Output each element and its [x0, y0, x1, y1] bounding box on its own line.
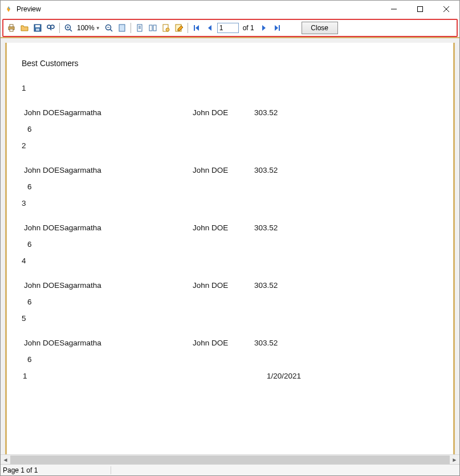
svg-line-18	[110, 30, 112, 32]
minimize-button[interactable]	[381, 1, 407, 18]
app-icon	[4, 5, 13, 14]
window-title: Preview	[17, 5, 41, 13]
toolbar-highlight: 100% ▼	[2, 19, 458, 37]
close-preview-button[interactable]: Close	[302, 22, 338, 34]
open-button[interactable]	[19, 22, 30, 34]
row-col2: John DOE	[193, 339, 254, 347]
row-col1: John DOESagarmatha	[22, 166, 193, 174]
toolbar-separator	[131, 23, 131, 33]
titlebar: Preview	[1, 1, 459, 18]
row-col2: John DOE	[193, 223, 254, 232]
row-col1: John DOESagarmatha	[22, 223, 193, 232]
row-subnum: 6	[22, 298, 438, 306]
two-page-button[interactable]	[147, 22, 158, 34]
scroll-left-button[interactable]: ◄	[1, 455, 10, 465]
print-button[interactable]	[6, 22, 17, 34]
page-number-input[interactable]	[217, 23, 239, 33]
save-button[interactable]	[32, 22, 43, 34]
report-group: 2John DOESagarmathaJohn DOE303.526	[22, 141, 438, 191]
close-button-label: Close	[311, 24, 328, 32]
prev-page-button[interactable]	[204, 22, 215, 34]
report-row: John DOESagarmathaJohn DOE303.52	[22, 339, 438, 347]
horizontal-scrollbar[interactable]: ◄ ►	[1, 454, 459, 464]
row-subnum: 6	[22, 240, 438, 249]
row-col1: John DOESagarmatha	[22, 339, 193, 347]
row-subnum: 6	[22, 182, 438, 191]
svg-rect-20	[119, 25, 125, 31]
preview-window: Preview	[0, 0, 460, 476]
report-title: Best Customers	[22, 59, 438, 68]
status-page-label: Page 1 of 1	[3, 466, 111, 474]
svg-rect-5	[10, 25, 13, 27]
group-index: 5	[22, 314, 438, 323]
footer-page-number: 1	[22, 372, 267, 380]
report-group: 1John DOESagarmathaJohn DOE303.526	[22, 84, 438, 133]
row-subnum: 6	[22, 125, 438, 133]
report-footer: 1 1/20/2021	[22, 372, 438, 380]
svg-point-11	[51, 25, 54, 29]
first-page-button[interactable]	[191, 22, 202, 34]
page-setup-button[interactable]	[160, 22, 172, 34]
toolbar-separator	[59, 23, 60, 33]
group-index: 4	[22, 257, 438, 265]
edit-button[interactable]	[173, 22, 185, 34]
report-row: John DOESagarmathaJohn DOE303.52	[22, 166, 438, 174]
full-page-button[interactable]	[116, 22, 128, 34]
svg-rect-6	[10, 29, 13, 31]
last-page-button[interactable]	[271, 22, 283, 34]
row-col2: John DOE	[193, 108, 254, 117]
svg-rect-26	[153, 25, 156, 31]
report-row: John DOESagarmathaJohn DOE303.52	[22, 108, 438, 117]
row-col3: 303.52	[254, 166, 311, 174]
report-page: Best Customers 1John DOESagarmathaJohn D…	[5, 43, 455, 454]
row-col1: John DOESagarmatha	[22, 108, 193, 117]
find-button[interactable]	[45, 22, 56, 34]
row-subnum: 6	[22, 355, 438, 364]
report-group: 5John DOESagarmathaJohn DOE303.526	[22, 314, 438, 364]
zoom-level-label: 100%	[77, 24, 95, 32]
report-group: 4John DOESagarmathaJohn DOE303.526	[22, 257, 438, 306]
row-col3: 303.52	[254, 339, 311, 347]
report-row: John DOESagarmathaJohn DOE303.52	[22, 281, 438, 290]
scroll-thumb[interactable]	[10, 455, 450, 464]
group-index: 2	[22, 141, 438, 150]
svg-rect-25	[149, 25, 152, 31]
svg-point-10	[47, 25, 51, 29]
report-group: 3John DOESagarmathaJohn DOE303.526	[22, 199, 438, 249]
svg-point-28	[166, 28, 169, 31]
page-viewport[interactable]: Best Customers 1John DOESagarmathaJohn D…	[1, 38, 459, 454]
row-col3: 303.52	[254, 223, 311, 232]
single-page-button[interactable]	[134, 22, 145, 34]
scroll-track[interactable]	[10, 455, 450, 465]
scroll-right-button[interactable]: ►	[450, 455, 459, 465]
svg-rect-1	[418, 7, 423, 12]
svg-rect-9	[36, 29, 39, 31]
caret-down-icon: ▼	[96, 26, 100, 31]
toolbar: 100% ▼	[5, 21, 455, 35]
page-count-label: of 1	[241, 24, 257, 32]
svg-line-14	[70, 30, 72, 32]
row-col2: John DOE	[193, 281, 254, 290]
svg-rect-21	[137, 25, 142, 31]
maximize-button[interactable]	[407, 1, 433, 18]
toolbar-separator	[188, 23, 188, 33]
group-index: 3	[22, 199, 438, 208]
zoom-in-button[interactable]	[63, 22, 74, 34]
zoom-out-button[interactable]	[103, 22, 115, 34]
row-col1: John DOESagarmatha	[22, 281, 193, 290]
group-index: 1	[22, 84, 438, 92]
content-area: Best Customers 1John DOESagarmathaJohn D…	[1, 37, 459, 464]
footer-date: 1/20/2021	[267, 372, 301, 380]
row-col2: John DOE	[193, 166, 254, 174]
svg-rect-8	[35, 25, 40, 27]
row-col3: 303.52	[254, 281, 311, 290]
report-row: John DOESagarmathaJohn DOE303.52	[22, 223, 438, 232]
row-col3: 303.52	[254, 108, 311, 117]
statusbar: Page 1 of 1	[1, 464, 459, 475]
close-window-button[interactable]	[433, 1, 459, 18]
next-page-button[interactable]	[258, 22, 270, 34]
svg-line-12	[50, 29, 51, 30]
zoom-level-dropdown[interactable]: 100% ▼	[76, 24, 101, 32]
